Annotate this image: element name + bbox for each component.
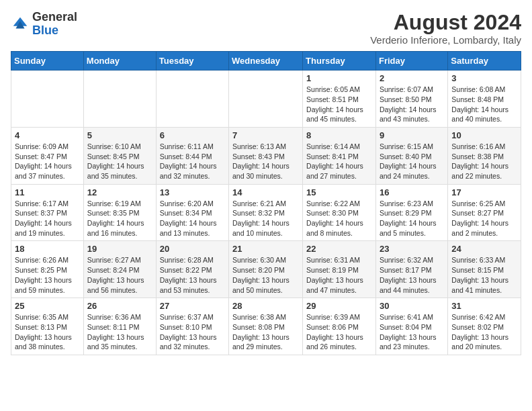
- week-row-1: 1Sunrise: 6:05 AMSunset: 8:51 PMDaylight…: [11, 71, 521, 128]
- day-number: 1: [306, 73, 372, 83]
- day-number: 23: [380, 244, 444, 254]
- day-number: 13: [160, 187, 225, 197]
- month-year-title: August 2024: [370, 11, 521, 34]
- logo-icon: [11, 15, 30, 34]
- header: General Blue August 2024 Verderio Inferi…: [11, 11, 521, 46]
- day-cell: 19Sunrise: 6:27 AMSunset: 8:24 PMDayligh…: [83, 241, 156, 298]
- weekday-header-monday: Monday: [83, 52, 156, 71]
- week-row-2: 4Sunrise: 6:09 AMSunset: 8:47 PMDaylight…: [11, 127, 521, 184]
- day-number: 3: [451, 73, 517, 83]
- logo-blue: Blue: [32, 24, 58, 37]
- day-cell: 22Sunrise: 6:31 AMSunset: 8:19 PMDayligh…: [303, 241, 376, 298]
- day-cell: 4Sunrise: 6:09 AMSunset: 8:47 PMDaylight…: [11, 127, 84, 184]
- day-number: 10: [451, 130, 517, 140]
- day-number: 15: [306, 187, 372, 197]
- day-info: Sunrise: 6:11 AMSunset: 8:44 PMDaylight:…: [160, 142, 225, 181]
- day-cell: 21Sunrise: 6:30 AMSunset: 8:20 PMDayligh…: [229, 241, 303, 298]
- day-number: 17: [451, 187, 517, 197]
- day-number: 30: [380, 301, 444, 311]
- day-info: Sunrise: 6:07 AMSunset: 8:50 PMDaylight:…: [380, 85, 444, 124]
- day-cell: 2Sunrise: 6:07 AMSunset: 8:50 PMDaylight…: [375, 71, 447, 128]
- weekday-header-friday: Friday: [375, 52, 447, 71]
- day-cell: 18Sunrise: 6:26 AMSunset: 8:25 PMDayligh…: [11, 241, 84, 298]
- logo-text: General Blue: [32, 11, 77, 38]
- logo-general: General: [32, 10, 77, 24]
- day-info: Sunrise: 6:08 AMSunset: 8:48 PMDaylight:…: [451, 85, 517, 124]
- day-cell: 11Sunrise: 6:17 AMSunset: 8:37 PMDayligh…: [11, 184, 84, 241]
- day-number: 7: [232, 130, 299, 140]
- day-number: 29: [306, 301, 372, 311]
- weekday-header-row: SundayMondayTuesdayWednesdayThursdayFrid…: [11, 52, 521, 71]
- day-info: Sunrise: 6:37 AMSunset: 8:10 PMDaylight:…: [160, 312, 225, 352]
- day-number: 5: [87, 130, 152, 140]
- day-info: Sunrise: 6:33 AMSunset: 8:15 PMDaylight:…: [451, 255, 517, 295]
- day-cell: 7Sunrise: 6:13 AMSunset: 8:43 PMDaylight…: [229, 127, 303, 184]
- day-info: Sunrise: 6:23 AMSunset: 8:29 PMDaylight:…: [380, 199, 444, 238]
- day-cell: 26Sunrise: 6:36 AMSunset: 8:11 PMDayligh…: [83, 298, 156, 355]
- day-number: 25: [15, 301, 80, 311]
- day-info: Sunrise: 6:14 AMSunset: 8:41 PMDaylight:…: [306, 142, 372, 181]
- week-row-3: 11Sunrise: 6:17 AMSunset: 8:37 PMDayligh…: [11, 184, 521, 241]
- day-info: Sunrise: 6:19 AMSunset: 8:35 PMDaylight:…: [87, 199, 152, 238]
- day-cell: 3Sunrise: 6:08 AMSunset: 8:48 PMDaylight…: [448, 71, 521, 128]
- weekday-header-tuesday: Tuesday: [156, 52, 228, 71]
- week-row-4: 18Sunrise: 6:26 AMSunset: 8:25 PMDayligh…: [11, 241, 521, 298]
- day-cell: [83, 71, 156, 128]
- day-info: Sunrise: 6:42 AMSunset: 8:02 PMDaylight:…: [451, 312, 517, 352]
- day-cell: 10Sunrise: 6:16 AMSunset: 8:38 PMDayligh…: [448, 127, 521, 184]
- day-cell: 15Sunrise: 6:22 AMSunset: 8:30 PMDayligh…: [303, 184, 376, 241]
- day-cell: 30Sunrise: 6:41 AMSunset: 8:04 PMDayligh…: [375, 298, 447, 355]
- logo: General Blue: [11, 11, 77, 38]
- day-cell: 27Sunrise: 6:37 AMSunset: 8:10 PMDayligh…: [156, 298, 228, 355]
- day-number: 14: [232, 187, 299, 197]
- day-info: Sunrise: 6:38 AMSunset: 8:08 PMDaylight:…: [232, 312, 299, 352]
- day-cell: [11, 71, 84, 128]
- day-info: Sunrise: 6:22 AMSunset: 8:30 PMDaylight:…: [306, 199, 372, 238]
- day-info: Sunrise: 6:15 AMSunset: 8:40 PMDaylight:…: [380, 142, 444, 181]
- day-number: 26: [87, 301, 152, 311]
- day-number: 4: [15, 130, 80, 140]
- day-info: Sunrise: 6:26 AMSunset: 8:25 PMDaylight:…: [15, 255, 80, 295]
- day-info: Sunrise: 6:28 AMSunset: 8:22 PMDaylight:…: [160, 255, 225, 295]
- day-info: Sunrise: 6:32 AMSunset: 8:17 PMDaylight:…: [380, 255, 444, 295]
- day-number: 2: [380, 73, 444, 83]
- day-cell: 24Sunrise: 6:33 AMSunset: 8:15 PMDayligh…: [448, 241, 521, 298]
- weekday-header-sunday: Sunday: [11, 52, 84, 71]
- weekday-header-saturday: Saturday: [448, 52, 521, 71]
- day-cell: 1Sunrise: 6:05 AMSunset: 8:51 PMDaylight…: [303, 71, 376, 128]
- day-cell: 5Sunrise: 6:10 AMSunset: 8:45 PMDaylight…: [83, 127, 156, 184]
- day-info: Sunrise: 6:09 AMSunset: 8:47 PMDaylight:…: [15, 142, 80, 181]
- day-cell: 12Sunrise: 6:19 AMSunset: 8:35 PMDayligh…: [83, 184, 156, 241]
- day-info: Sunrise: 6:30 AMSunset: 8:20 PMDaylight:…: [232, 255, 299, 295]
- day-number: 28: [232, 301, 299, 311]
- day-number: 9: [380, 130, 444, 140]
- day-cell: 17Sunrise: 6:25 AMSunset: 8:27 PMDayligh…: [448, 184, 521, 241]
- day-number: 31: [451, 301, 517, 311]
- day-info: Sunrise: 6:25 AMSunset: 8:27 PMDaylight:…: [451, 199, 517, 238]
- day-cell: 16Sunrise: 6:23 AMSunset: 8:29 PMDayligh…: [375, 184, 447, 241]
- weekday-header-thursday: Thursday: [303, 52, 376, 71]
- day-info: Sunrise: 6:21 AMSunset: 8:32 PMDaylight:…: [232, 199, 299, 238]
- day-number: 19: [87, 244, 152, 254]
- day-info: Sunrise: 6:31 AMSunset: 8:19 PMDaylight:…: [306, 255, 372, 295]
- calendar: SundayMondayTuesdayWednesdayThursdayFrid…: [11, 51, 521, 355]
- day-cell: 25Sunrise: 6:35 AMSunset: 8:13 PMDayligh…: [11, 298, 84, 355]
- title-area: August 2024 Verderio Inferiore, Lombardy…: [370, 11, 521, 46]
- day-cell: [156, 71, 228, 128]
- week-row-5: 25Sunrise: 6:35 AMSunset: 8:13 PMDayligh…: [11, 298, 521, 355]
- day-info: Sunrise: 6:27 AMSunset: 8:24 PMDaylight:…: [87, 255, 152, 295]
- day-number: 21: [232, 244, 299, 254]
- day-cell: 31Sunrise: 6:42 AMSunset: 8:02 PMDayligh…: [448, 298, 521, 355]
- day-number: 18: [15, 244, 80, 254]
- day-info: Sunrise: 6:35 AMSunset: 8:13 PMDaylight:…: [15, 312, 80, 352]
- day-cell: 23Sunrise: 6:32 AMSunset: 8:17 PMDayligh…: [375, 241, 447, 298]
- day-number: 27: [160, 301, 225, 311]
- day-number: 8: [306, 130, 372, 140]
- day-info: Sunrise: 6:41 AMSunset: 8:04 PMDaylight:…: [380, 312, 444, 352]
- day-cell: 8Sunrise: 6:14 AMSunset: 8:41 PMDaylight…: [303, 127, 376, 184]
- day-cell: 9Sunrise: 6:15 AMSunset: 8:40 PMDaylight…: [375, 127, 447, 184]
- day-cell: 29Sunrise: 6:39 AMSunset: 8:06 PMDayligh…: [303, 298, 376, 355]
- day-number: 6: [160, 130, 225, 140]
- day-info: Sunrise: 6:05 AMSunset: 8:51 PMDaylight:…: [306, 85, 372, 124]
- day-cell: 13Sunrise: 6:20 AMSunset: 8:34 PMDayligh…: [156, 184, 228, 241]
